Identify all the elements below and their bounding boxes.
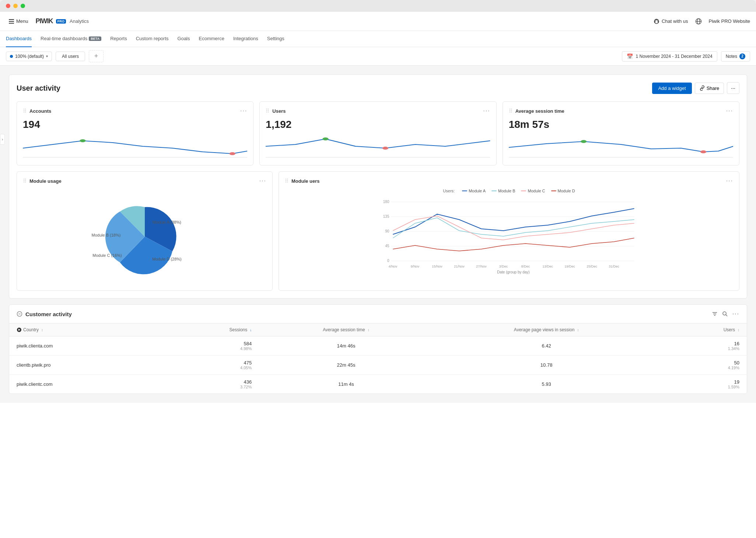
sidebar-toggle[interactable]: ›: [0, 134, 5, 145]
search-icon[interactable]: [722, 311, 728, 317]
table-row: piwik.clienta.com 584 4.98% 14m 46s 6.42…: [9, 336, 747, 356]
svg-text:Module B (18%): Module B (18%): [91, 233, 120, 237]
segment-label: 100% (default): [15, 54, 44, 59]
filter-icon[interactable]: [712, 311, 718, 317]
piwik-website-link[interactable]: Piwik PRO Website: [709, 18, 750, 24]
module-usage-widget: ⠿ Module usage ···: [17, 171, 273, 291]
segment-dot: [10, 55, 13, 58]
nav-custom-reports[interactable]: Custom reports: [136, 31, 169, 47]
widget-title: Average session time: [515, 108, 564, 114]
add-widget-button[interactable]: Add a widget: [652, 83, 692, 94]
col-avg-pageviews: Average page views in session ↕: [433, 324, 660, 336]
section-actions: Add a widget Share ···: [652, 82, 739, 94]
chevron-down-icon: ▾: [46, 54, 48, 58]
widget-more-button[interactable]: ···: [483, 108, 490, 114]
sub-nav: Dashboards Real-time dashboards BETA Rep…: [0, 31, 756, 47]
widget-header: ⠿ Users ···: [266, 108, 490, 114]
segment-selector[interactable]: 100% (default) ▾: [6, 52, 52, 61]
sort-icon[interactable]: ↕: [41, 328, 43, 332]
accounts-chart: [23, 133, 247, 159]
cell-sessions: 584 4.98%: [154, 336, 259, 356]
legend-prefix: Users:: [443, 189, 455, 193]
nav-dashboards[interactable]: Dashboards: [6, 31, 32, 47]
cell-sessions: 475 4.05%: [154, 356, 259, 375]
svg-text:19/Dec: 19/Dec: [564, 265, 575, 268]
legend-module-a: Module A: [462, 189, 486, 193]
svg-text:8/Dec: 8/Dec: [521, 265, 530, 268]
module-users-chart: 180 135 90 45 0: [285, 198, 733, 275]
share-button[interactable]: Share: [695, 83, 724, 94]
sort-avg-icon[interactable]: ↕: [368, 328, 370, 332]
user-activity-section: User activity Add a widget Share ···: [9, 74, 747, 298]
beta-badge: BETA: [89, 36, 101, 41]
svg-point-13: [700, 150, 706, 153]
cell-sessions: 436 3.72%: [154, 375, 259, 394]
svg-text:3/Dec: 3/Dec: [499, 265, 508, 268]
all-users-button[interactable]: All users: [56, 52, 85, 61]
bottom-widgets: ⠿ Module usage ···: [17, 171, 739, 291]
svg-text:13/Dec: 13/Dec: [542, 265, 553, 268]
collapse-icon[interactable]: [17, 311, 22, 317]
sort-sessions-icon[interactable]: ↓: [250, 328, 252, 332]
nav-ecommerce[interactable]: Ecommerce: [199, 31, 224, 47]
widget-more-button[interactable]: ···: [726, 108, 733, 114]
customer-activity-title: Customer activity: [17, 311, 72, 317]
widget-header: ⠿ Accounts ···: [23, 108, 247, 114]
top-nav: Menu PIWIK PRO Analytics Chat with us: [0, 12, 756, 31]
svg-text:135: 135: [383, 214, 389, 219]
nav-goals[interactable]: Goals: [178, 31, 190, 47]
svg-point-10: [382, 147, 388, 150]
cell-avg-session: 22m 45s: [259, 356, 433, 375]
notes-button[interactable]: Notes 2: [721, 51, 750, 62]
chart-legend: Users: Module A Module B Module C: [285, 189, 733, 193]
sort-pageviews-icon[interactable]: ↕: [577, 328, 579, 332]
notes-label: Notes: [726, 54, 737, 59]
pie-chart: Module A (38%) Module C (16%) Module B (…: [86, 196, 204, 277]
logo-analytics: Analytics: [70, 18, 89, 24]
logo-pro-badge: PRO: [56, 19, 66, 24]
widget-title: Module uers: [291, 178, 320, 184]
nav-reports[interactable]: Reports: [110, 31, 127, 47]
date-range-picker[interactable]: 📅 1 November 2024 - 31 December 2024: [622, 51, 717, 62]
customer-table: Country ↕ Sessions ↓ Ave: [9, 324, 747, 394]
menu-button[interactable]: Menu: [6, 17, 31, 25]
chat-button[interactable]: Chat with us: [654, 18, 688, 24]
customer-activity-header: Customer activity ···: [9, 305, 747, 324]
toolbar: 100% (default) ▾ All users + 📅 1 Novembe…: [0, 47, 756, 66]
cell-avg-pageviews: 5.93: [433, 375, 660, 394]
svg-text:21/Nov: 21/Nov: [454, 265, 465, 268]
main-content: › User activity Add a widget Share ···: [0, 66, 756, 403]
close-btn[interactable]: [6, 4, 10, 8]
maximize-btn[interactable]: [21, 4, 25, 8]
widget-value: 194: [23, 119, 247, 130]
globe-button[interactable]: [694, 17, 703, 26]
users-chart: [266, 133, 490, 159]
cell-avg-session: 11m 4s: [259, 375, 433, 394]
add-segment-button[interactable]: +: [89, 50, 104, 62]
legend-module-c: Module C: [521, 189, 545, 193]
nav-integrations[interactable]: Integrations: [233, 31, 258, 47]
drag-handle-icon: ⠿: [23, 108, 27, 114]
minimize-btn[interactable]: [13, 4, 18, 8]
drag-handle-icon: ⠿: [285, 178, 288, 184]
widget-title: Users: [272, 108, 286, 114]
customer-more-button[interactable]: ···: [732, 311, 739, 317]
widget-more-button[interactable]: ···: [259, 178, 266, 184]
widget-more-button[interactable]: ···: [240, 108, 247, 114]
sort-users-icon[interactable]: ↕: [738, 328, 739, 332]
users-widget: ⠿ Users ··· 1,192: [259, 101, 496, 165]
svg-text:180: 180: [383, 200, 389, 204]
calendar-icon: 📅: [627, 53, 633, 59]
accounts-widget: ⠿ Accounts ··· 194: [17, 101, 253, 165]
window-chrome: [0, 0, 756, 12]
more-options-button[interactable]: ···: [727, 82, 739, 94]
svg-point-9: [323, 137, 329, 140]
widget-more-button[interactable]: ···: [726, 178, 733, 184]
widget-value: 1,192: [266, 119, 490, 130]
logo: PIWIK PRO Analytics: [36, 17, 89, 25]
play-icon[interactable]: [17, 327, 22, 332]
nav-settings[interactable]: Settings: [267, 31, 284, 47]
svg-point-6: [80, 139, 85, 142]
cell-users: 19 1.59%: [659, 375, 747, 394]
nav-realtime[interactable]: Real-time dashboards BETA: [41, 31, 101, 47]
